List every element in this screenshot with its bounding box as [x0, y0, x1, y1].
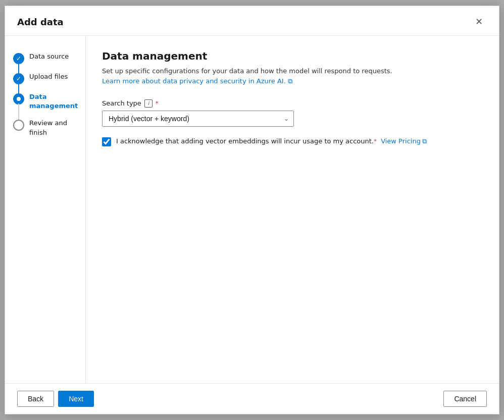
close-button[interactable]: ✕ — [471, 14, 487, 29]
pricing-external-icon: ⧉ — [422, 137, 427, 146]
next-button[interactable]: Next — [58, 391, 94, 407]
acknowledge-checkbox[interactable] — [102, 137, 111, 146]
step-label-data-source: Data source — [29, 52, 69, 61]
search-type-select[interactable]: Hybrid (vector + keyword) Keyword Vector — [102, 111, 294, 127]
search-type-label: Search type i * — [102, 99, 483, 108]
modal-header: Add data ✕ — [5, 6, 499, 36]
step-label-data-management: Data management — [29, 92, 78, 111]
checkbox-required-star: * — [374, 138, 377, 145]
content-title: Data management — [102, 50, 483, 62]
step-circle-data-source: ✓ — [13, 53, 24, 64]
cancel-button[interactable]: Cancel — [443, 391, 487, 407]
footer-left-buttons: Back Next — [17, 391, 94, 407]
modal-body: ✓ Data source ✓ Upload files Data — [5, 36, 499, 383]
required-star: * — [156, 100, 159, 107]
privacy-link-text: Learn more about data privacy and securi… — [102, 77, 286, 85]
modal-footer: Back Next Cancel — [5, 383, 499, 414]
external-link-icon: ⧉ — [288, 77, 292, 85]
step-data-management: Data management — [13, 88, 77, 115]
content-description: Set up specific configurations for your … — [102, 67, 483, 75]
step-label-upload-files: Upload files — [29, 72, 68, 81]
acknowledge-label[interactable]: I acknowledge that adding vector embeddi… — [116, 137, 427, 146]
active-dot — [17, 97, 21, 101]
step-circle-data-management — [13, 93, 24, 104]
step-review-finish: Review and finish — [13, 115, 77, 141]
back-button[interactable]: Back — [17, 391, 54, 407]
search-type-section: Search type i * Hybrid (vector + keyword… — [102, 99, 483, 127]
checkmark-icon-2: ✓ — [16, 75, 21, 82]
modal-title: Add data — [17, 17, 64, 27]
search-type-select-wrapper: Hybrid (vector + keyword) Keyword Vector… — [102, 111, 294, 127]
step-circle-upload-files: ✓ — [13, 73, 24, 84]
privacy-link[interactable]: Learn more about data privacy and securi… — [102, 77, 292, 85]
main-content: Data management Set up specific configur… — [86, 36, 499, 383]
search-type-info-icon[interactable]: i — [144, 99, 153, 108]
view-pricing-link[interactable]: View Pricing ⧉ — [381, 137, 427, 146]
add-data-modal: Add data ✕ ✓ Data source ✓ U — [5, 6, 499, 414]
acknowledge-checkbox-row: I acknowledge that adding vector embeddi… — [102, 137, 483, 146]
step-circle-review-finish — [13, 120, 24, 131]
sidebar: ✓ Data source ✓ Upload files Data — [5, 36, 86, 383]
step-upload-files: ✓ Upload files — [13, 68, 77, 88]
step-data-source: ✓ Data source — [13, 48, 77, 68]
step-label-review-finish: Review and finish — [29, 119, 77, 137]
checkmark-icon: ✓ — [16, 55, 21, 62]
